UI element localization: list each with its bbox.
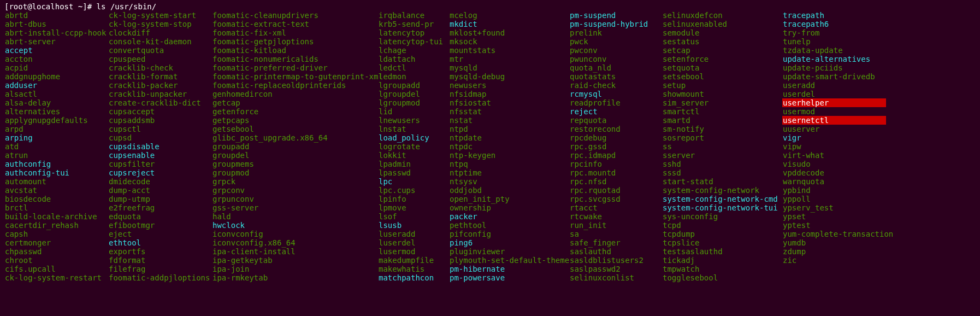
file-entry: mysqld-debug (449, 72, 569, 81)
file-entry: system-config-network-tui (662, 203, 782, 212)
file-entry: glibc_post_upgrade.x86_64 (212, 133, 378, 142)
ls-column: selinuxdefconselinuxenabledsemodulesesta… (662, 11, 782, 282)
file-entry: acpid (4, 63, 108, 72)
file-entry: build-locale-archive (4, 212, 108, 221)
file-entry: applygnupgdefaults (4, 116, 108, 125)
file-entry: rtcwake (569, 212, 662, 221)
file-entry: lpasswd (378, 168, 449, 177)
file-entry: grpck (212, 177, 378, 186)
file-entry: lid (378, 107, 449, 116)
file-entry: quotastats (569, 72, 662, 81)
file-entry: ipa-client-install (212, 247, 378, 256)
file-entry: ypset (782, 212, 886, 221)
ls-column: irqbalancekrb5-send-prlatencytoplatencyt… (378, 11, 449, 282)
file-entry: authconfig (4, 160, 108, 168)
file-entry: ypserv_test (782, 203, 886, 212)
file-entry: ypbind (782, 186, 886, 195)
ls-column: abrtdabrt-dbusabrt-install-ccpp-hookabrt… (4, 11, 108, 282)
file-entry: ownership (449, 203, 569, 212)
file-entry: ipa-rmkeytab (212, 273, 378, 282)
file-entry: ledctl (378, 63, 449, 72)
file-entry: grpunconv (212, 195, 378, 203)
file-entry: dump-acct (108, 186, 212, 195)
file-entry: setcap (662, 46, 782, 55)
file-entry: mcelog (449, 11, 569, 20)
file-entry: plymouth-set-default-theme (449, 256, 569, 265)
file-entry: quota_nld (569, 63, 662, 72)
file-entry: makewhatis (378, 265, 449, 273)
file-entry: cupsreject (108, 168, 212, 177)
file-entry: setsebool (662, 72, 782, 81)
file-entry: e2freefrag (108, 203, 212, 212)
file-entry: getenforce (212, 107, 378, 116)
file-entry: alsa-delay (4, 98, 108, 107)
file-entry: pethtool (449, 221, 569, 230)
file-entry: foomatic-preferred-driver (212, 63, 378, 72)
file-entry: cupsfilter (108, 160, 212, 168)
file-entry: nstat (449, 116, 569, 125)
file-entry: luserdel (378, 238, 449, 247)
file-entry: accept (4, 46, 108, 55)
file-entry: foomatic-kitload (212, 46, 378, 55)
file-entry: showmount (662, 90, 782, 98)
file-entry: cupsctl (108, 125, 212, 133)
file-entry: userdel (782, 90, 886, 98)
file-entry: sserver (662, 151, 782, 160)
file-entry: sm-notify (662, 125, 782, 133)
file-entry: restorecond (569, 125, 662, 133)
file-entry: cracklib-unpacker (108, 90, 212, 98)
file-entry: vigr (782, 133, 886, 142)
file-entry: semodule (662, 28, 782, 37)
file-entry: ipa-getkeytab (212, 256, 378, 265)
file-entry: sys-unconfig (662, 212, 782, 221)
file-entry: prelink (569, 28, 662, 37)
file-entry: usernetctl (782, 116, 886, 125)
file-entry: warnquota (782, 177, 886, 186)
file-entry: grpconv (212, 186, 378, 195)
file-entry: update-pciids (782, 63, 886, 72)
file-entry: smartd (662, 116, 782, 125)
file-entry: mkdict (449, 20, 569, 28)
file-entry: mtr (449, 55, 569, 63)
file-entry: cupsd (108, 133, 212, 142)
file-entry: avcstat (4, 186, 108, 195)
file-entry: sim_server (662, 98, 782, 107)
file-entry: ck-log-system-stop (108, 20, 212, 28)
file-entry: krb5-send-pr (378, 20, 449, 28)
file-entry: lchage (378, 46, 449, 55)
file-entry: matchpathcon (378, 273, 449, 282)
file-entry: foomatic-replaceoldprinterids (212, 81, 378, 90)
file-entry: vipw (782, 142, 886, 151)
file-entry: nfsiostat (449, 98, 569, 107)
file-entry: visudo (782, 160, 886, 168)
file-entry: pluginviewer (449, 247, 569, 256)
file-entry: gss-server (212, 203, 378, 212)
file-entry: start-statd (662, 177, 782, 186)
file-entry: ss (662, 142, 782, 151)
file-entry: zic (782, 256, 886, 265)
file-entry: yptest (782, 221, 886, 230)
file-entry: foomatic-fix-xml (212, 28, 378, 37)
file-entry: foomatic-getpjloptions (212, 37, 378, 46)
file-entry: rpc.svcgssd (569, 195, 662, 203)
file-entry: automount (4, 177, 108, 186)
file-entry: latencytop (378, 28, 449, 37)
file-entry: biosdecode (4, 195, 108, 203)
file-entry: rpcinfo (569, 160, 662, 168)
file-entry: ck-log-system-restart (4, 273, 108, 282)
file-entry: nfsidmap (449, 90, 569, 98)
file-entry: update-smart-drivedb (782, 72, 886, 81)
terminal-output[interactable]: [root@localhost ~]# ls /usr/sbin/ abrtda… (4, 2, 976, 282)
file-entry: sosreport (662, 133, 782, 142)
file-entry: ntpdc (449, 142, 569, 151)
ls-column: foomatic-cleanupdriversfoomatic-extract-… (212, 11, 378, 282)
file-entry: cacertdir_rehash (4, 221, 108, 230)
file-entry: foomatic-nonumericalids (212, 55, 378, 63)
file-entry: rcmysql (569, 90, 662, 98)
file-entry: atd (4, 142, 108, 151)
file-entry: pifconfig (449, 230, 569, 238)
file-entry: rpc.gssd (569, 142, 662, 151)
file-entry: atrun (4, 151, 108, 160)
file-entry: abrt-dbus (4, 20, 108, 28)
file-entry: dump-utmp (108, 195, 212, 203)
